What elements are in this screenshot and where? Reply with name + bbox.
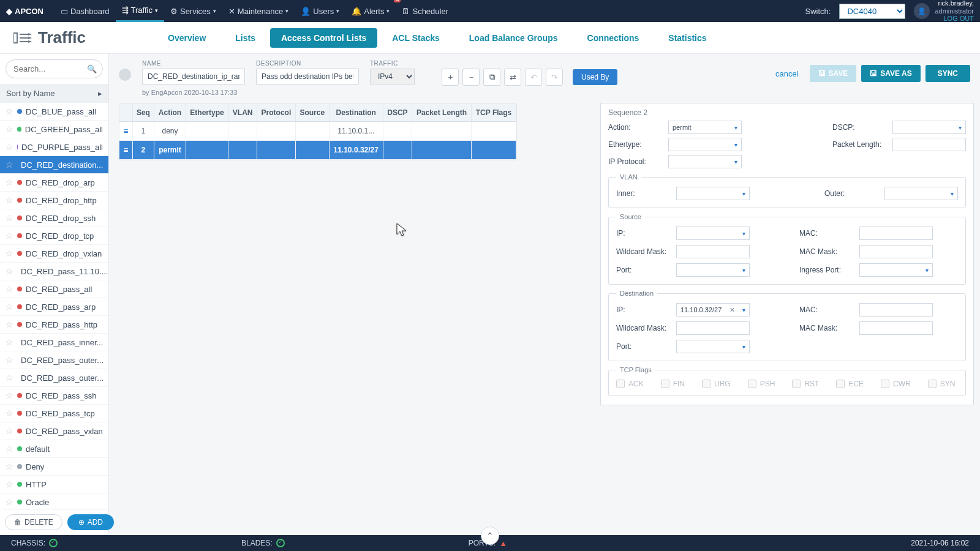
dscp-select[interactable]: ▾ — [892, 121, 966, 134]
tab-connections[interactable]: Connections — [573, 22, 654, 53]
checkbox[interactable] — [792, 380, 801, 388]
src-wild-input[interactable] — [676, 245, 750, 258]
star-icon[interactable]: ☆ — [6, 373, 13, 383]
star-icon[interactable]: ☆ — [6, 124, 13, 134]
save-button[interactable]: 🖫SAVE — [810, 65, 857, 82]
col-header[interactable]: TCP Flags — [472, 104, 516, 122]
col-header[interactable]: Ethertype — [186, 104, 228, 122]
col-header[interactable]: Seq — [132, 104, 154, 122]
list-item[interactable]: ☆Deny — [0, 458, 108, 476]
star-icon[interactable]: ☆ — [6, 320, 13, 329]
star-icon[interactable]: ☆ — [6, 337, 13, 347]
checkbox[interactable] — [661, 380, 669, 388]
src-ip-select[interactable]: ▾ — [676, 227, 750, 240]
nav-maintenance[interactable]: ✕Maintenance▾ — [222, 0, 295, 22]
src-macmask-input[interactable] — [859, 245, 933, 258]
ether-select[interactable]: ▾ — [668, 138, 742, 151]
list-item[interactable]: ☆DC_RED_pass_11.10.... — [0, 263, 108, 280]
delete-button[interactable]: 🗑DELETE — [5, 514, 62, 530]
checkbox[interactable] — [616, 380, 625, 388]
star-icon[interactable]: ☆ — [6, 497, 13, 507]
src-mac-input[interactable] — [859, 227, 933, 240]
col-header[interactable]: Action — [154, 104, 186, 122]
checkbox[interactable] — [881, 380, 889, 388]
col-header[interactable]: Protocol — [257, 104, 295, 122]
nav-alerts[interactable]: 🔔4Alerts▾ — [345, 0, 396, 22]
src-port-select[interactable]: ▾ — [676, 263, 750, 277]
nav-dashboard[interactable]: ▭Dashboard — [55, 0, 116, 22]
dest-ip-select[interactable]: 11.10.0.32/27 ✕ ▾ — [676, 303, 750, 317]
cancel-link[interactable]: cancel — [775, 69, 799, 78]
remove-row-button[interactable]: － — [462, 69, 480, 86]
undo-button[interactable]: ↶ — [525, 69, 542, 86]
tab-overview[interactable]: Overview — [153, 22, 221, 53]
star-icon[interactable]: ☆ — [6, 249, 13, 258]
star-icon[interactable]: ☆ — [6, 426, 13, 436]
sync-button[interactable]: SYNC — [925, 65, 970, 82]
list-item[interactable]: ☆DC_PURPLE_pass_all — [0, 138, 108, 156]
search-icon[interactable]: 🔍 — [87, 64, 97, 73]
src-ingress-select[interactable]: ▾ — [859, 263, 933, 277]
nav-users[interactable]: 👤Users▾ — [295, 0, 345, 22]
col-header[interactable] — [119, 104, 132, 122]
tcp-flag-psh[interactable]: PSH — [748, 380, 775, 388]
star-icon[interactable]: ☆ — [6, 408, 13, 418]
nav-traffic[interactable]: ⇶Traffic▾ — [116, 0, 164, 22]
star-icon[interactable]: ☆ — [6, 302, 13, 312]
star-icon[interactable]: ☆ — [6, 355, 13, 365]
checkbox[interactable] — [702, 380, 710, 388]
add-button[interactable]: ⊕ADD — [67, 514, 114, 530]
list-item[interactable]: ☆DC_RED_destination... — [0, 156, 108, 174]
list-item[interactable]: ☆DC_RED_drop_ssh — [0, 209, 108, 227]
tab-lists[interactable]: Lists — [221, 22, 270, 53]
list-item[interactable]: ☆DC_RED_pass_http — [0, 316, 108, 334]
checkbox[interactable] — [928, 380, 937, 388]
table-row[interactable]: ≡ 1 deny 11.10.0.1... — [119, 122, 516, 141]
save-as-button[interactable]: 🖫SAVE AS — [861, 65, 920, 82]
list-item[interactable]: ☆DC_RED_pass_inner... — [0, 334, 108, 351]
star-icon[interactable]: ☆ — [6, 107, 13, 116]
col-header[interactable]: Source — [295, 104, 329, 122]
list-item[interactable]: ☆DC_RED_pass_outer... — [0, 351, 108, 369]
list-item[interactable]: ☆DC_GREEN_pass_all — [0, 121, 108, 138]
tcp-flag-ece[interactable]: ECE — [836, 380, 864, 388]
star-icon[interactable]: ☆ — [6, 195, 13, 205]
star-icon[interactable]: ☆ — [6, 444, 13, 454]
list-item[interactable]: ☆DC_RED_pass_vxlan — [0, 422, 108, 440]
dest-wild-input[interactable] — [676, 321, 750, 335]
list-item[interactable]: ☆DC_RED_drop_tcp — [0, 227, 108, 245]
used-by-button[interactable]: Used By — [573, 69, 617, 85]
checkbox[interactable] — [748, 380, 756, 388]
add-row-button[interactable]: ＋ — [442, 69, 459, 86]
packetlen-input[interactable] — [892, 138, 966, 151]
tab-acl-stacks[interactable]: ACL Stacks — [377, 22, 454, 53]
redo-button[interactable]: ↷ — [546, 69, 563, 86]
list-item[interactable]: ☆DC_RED_pass_arp — [0, 298, 108, 316]
tcp-flag-urg[interactable]: URG — [702, 380, 731, 388]
list-item[interactable]: ☆DC_RED_pass_ssh — [0, 387, 108, 405]
star-icon[interactable]: ☆ — [6, 231, 13, 241]
traffic-select[interactable]: IPv4 — [370, 69, 415, 84]
clear-icon[interactable]: ✕ — [729, 306, 735, 314]
col-header[interactable]: VLAN — [228, 104, 257, 122]
tab-acl[interactable]: Access Control Lists — [270, 28, 377, 48]
dest-port-select[interactable]: ▾ — [676, 340, 750, 353]
col-header[interactable]: Destination — [329, 104, 383, 122]
vlan-inner-select[interactable]: ▾ — [676, 187, 750, 200]
col-header[interactable]: DSCP — [383, 104, 412, 122]
tcp-flag-rst[interactable]: RST — [792, 380, 819, 388]
list-item[interactable]: ☆Oracle — [0, 493, 108, 509]
star-icon[interactable]: ☆ — [6, 391, 13, 400]
nav-services[interactable]: ⚙Services▾ — [164, 0, 222, 22]
star-icon[interactable]: ☆ — [6, 142, 13, 152]
star-icon[interactable]: ☆ — [6, 266, 13, 276]
star-icon[interactable]: ☆ — [6, 284, 13, 294]
dest-mac-input[interactable] — [859, 303, 933, 317]
tcp-flag-ack[interactable]: ACK — [616, 380, 644, 388]
tab-lbg[interactable]: Load Balance Groups — [454, 22, 573, 53]
tcp-flag-cwr[interactable]: CWR — [881, 380, 911, 388]
logout-link[interactable]: LOG OUT — [935, 15, 974, 23]
star-icon[interactable]: ☆ — [6, 479, 13, 489]
list-item[interactable]: ☆DC_RED_pass_all — [0, 280, 108, 298]
list-item[interactable]: ☆DC_RED_pass_tcp — [0, 405, 108, 422]
